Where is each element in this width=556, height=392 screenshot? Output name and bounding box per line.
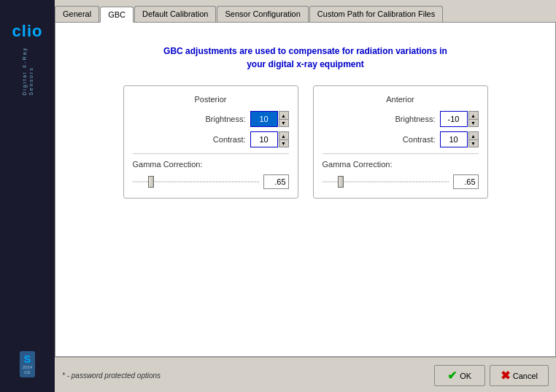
anterior-brightness-up[interactable]: ▲ — [468, 111, 479, 119]
tab-sensor-configuration[interactable]: Sensor Configuration — [217, 6, 308, 22]
sidebar-logo: clio Digital X-Ray Sensors — [12, 22, 43, 96]
description-line2: your digital x-ray equipment — [70, 58, 541, 71]
posterior-brightness-down[interactable]: ▼ — [279, 119, 289, 127]
posterior-gamma-section: Gamma Correction: .65 — [133, 160, 289, 189]
posterior-brightness-up[interactable]: ▲ — [279, 111, 289, 119]
footer: * - password protected options ✔ OK ✖ Ca… — [55, 357, 556, 392]
badge-text: 2014 — [23, 365, 32, 370]
main-content: General GBC Default Calibration Sensor C… — [55, 0, 556, 392]
tab-default-calibration[interactable]: Default Calibration — [134, 6, 217, 22]
anterior-gamma-value: .65 — [453, 174, 479, 189]
posterior-contrast-spinner[interactable]: ▲ ▼ — [250, 131, 289, 147]
posterior-contrast-row: Contrast: ▲ ▼ — [133, 131, 289, 147]
anterior-brightness-input[interactable] — [440, 111, 468, 127]
posterior-title: Posterior — [133, 95, 289, 104]
posterior-brightness-input[interactable] — [250, 111, 278, 127]
anterior-gamma-section: Gamma Correction: .65 — [323, 160, 479, 189]
badge-letter: S — [24, 353, 31, 365]
anterior-panel: Anterior Brightness: ▲ ▼ — [313, 85, 488, 199]
footer-note: * - password protected options — [62, 372, 161, 380]
anterior-contrast-input[interactable] — [440, 131, 468, 147]
posterior-brightness-buttons[interactable]: ▲ ▼ — [279, 111, 289, 127]
posterior-contrast-down[interactable]: ▼ — [279, 139, 289, 147]
posterior-slider-row: .65 — [133, 174, 289, 189]
posterior-gamma-value: .65 — [263, 174, 289, 189]
content-inner: GBC adjustments are used to compensate f… — [55, 23, 556, 357]
tab-general[interactable]: General — [55, 6, 99, 22]
posterior-contrast-buttons[interactable]: ▲ ▼ — [279, 131, 289, 147]
posterior-brightness-label: Brightness: — [205, 115, 245, 123]
posterior-divider — [133, 153, 289, 154]
anterior-gamma-label: Gamma Correction: — [323, 160, 479, 169]
description-line1: GBC adjustments are used to compensate f… — [70, 45, 541, 58]
posterior-contrast-label: Contrast: — [213, 135, 246, 144]
anterior-brightness-row: Brightness: ▲ ▼ — [323, 111, 479, 127]
posterior-brightness-row: Brightness: ▲ ▼ — [133, 111, 289, 127]
sidebar-badge: S 2014 CE — [20, 351, 35, 377]
anterior-contrast-spinner[interactable]: ▲ ▼ — [440, 131, 479, 147]
posterior-slider-thumb[interactable] — [148, 176, 154, 188]
anterior-title: Anterior — [323, 95, 479, 104]
tab-gbc[interactable]: GBC — [100, 7, 134, 23]
badge-subtext: CE — [24, 370, 30, 375]
panels-row: Posterior Brightness: ▲ ▼ — [70, 85, 541, 199]
sidebar-bottom: S 2014 CE — [20, 351, 35, 377]
sidebar: clio Digital X-Ray Sensors S 2014 CE — [0, 0, 55, 392]
description-text: GBC adjustments are used to compensate f… — [70, 45, 541, 71]
sidebar-label-1: Digital X-Ray — [22, 47, 27, 96]
ok-button[interactable]: ✔ OK — [434, 365, 485, 386]
anterior-brightness-label: Brightness: — [395, 115, 435, 123]
anterior-contrast-label: Contrast: — [403, 135, 436, 144]
ok-icon: ✔ — [447, 369, 457, 383]
ok-label: OK — [460, 372, 471, 380]
anterior-contrast-buttons[interactable]: ▲ ▼ — [468, 131, 479, 147]
posterior-slider-track[interactable] — [133, 176, 259, 188]
main-window: clio Digital X-Ray Sensors S 2014 CE Gen… — [0, 0, 556, 392]
cancel-button[interactable]: ✖ Cancel — [490, 365, 549, 386]
tab-custom-path[interactable]: Custom Path for Calibration Files — [309, 6, 443, 22]
tabs-bar: General GBC Default Calibration Sensor C… — [55, 0, 556, 23]
posterior-brightness-spinner[interactable]: ▲ ▼ — [250, 111, 289, 127]
anterior-slider-track[interactable] — [323, 176, 449, 188]
posterior-contrast-up[interactable]: ▲ — [279, 131, 289, 139]
anterior-contrast-up[interactable]: ▲ — [468, 131, 479, 139]
anterior-slider-thumb[interactable] — [338, 176, 344, 188]
posterior-contrast-input[interactable] — [250, 131, 278, 147]
cancel-icon: ✖ — [501, 369, 510, 383]
cancel-label: Cancel — [513, 372, 538, 380]
posterior-panel: Posterior Brightness: ▲ ▼ — [123, 85, 298, 199]
clio-brand: clio — [12, 22, 43, 41]
anterior-brightness-buttons[interactable]: ▲ ▼ — [468, 111, 479, 127]
footer-buttons: ✔ OK ✖ Cancel — [434, 365, 549, 386]
posterior-gamma-label: Gamma Correction: — [133, 160, 289, 169]
anterior-slider-row: .65 — [323, 174, 479, 189]
anterior-brightness-spinner[interactable]: ▲ ▼ — [440, 111, 479, 127]
content-area: GBC adjustments are used to compensate f… — [55, 23, 556, 357]
anterior-contrast-down[interactable]: ▼ — [468, 139, 479, 147]
anterior-divider — [323, 153, 479, 154]
anterior-contrast-row: Contrast: ▲ ▼ — [323, 131, 479, 147]
anterior-brightness-down[interactable]: ▼ — [468, 119, 479, 127]
sidebar-label-2: Sensors — [28, 47, 34, 96]
